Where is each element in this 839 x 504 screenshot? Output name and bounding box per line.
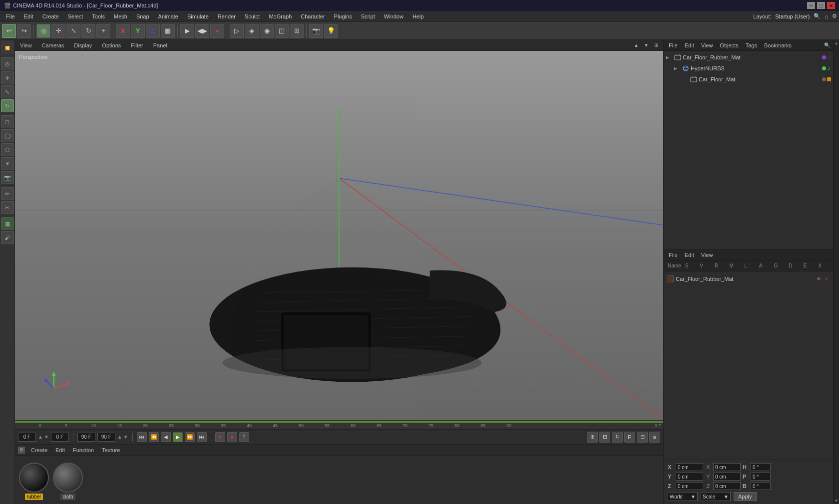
x-axis-button[interactable]: X [116, 24, 130, 38]
mat-icon-lock[interactable]: ✕ [823, 275, 830, 282]
end-frame-input[interactable] [77, 433, 95, 442]
z-axis-button[interactable]: Z [146, 24, 160, 38]
material-rubber[interactable]: rubber [19, 463, 49, 500]
mode-btn-6[interactable]: ≡ [649, 432, 660, 443]
menu-help[interactable]: Help [409, 12, 428, 20]
light-button[interactable]: 💡 [324, 24, 338, 38]
strip-top-arrow[interactable]: ▲ [835, 40, 839, 46]
goto-start-button[interactable]: ⏮ [137, 432, 147, 442]
obj-row-car-floor-rubber-mat[interactable]: ▶ Car_Floor_Rubber_Mat [664, 52, 833, 63]
me-menu-edit[interactable]: Edit [683, 251, 696, 259]
undo-button[interactable]: ↩ [2, 24, 16, 38]
mode-btn-4[interactable]: P [624, 432, 635, 443]
record-button[interactable]: ● [210, 24, 224, 38]
redo-button[interactable]: ↪ [17, 24, 31, 38]
vp-menu-options[interactable]: Options [100, 41, 123, 49]
me-menu-view[interactable]: View [699, 251, 715, 259]
vp-icon-1[interactable]: ▲ [632, 41, 640, 49]
coord-y-pos[interactable] [676, 473, 703, 481]
material-cloth[interactable]: cloth [53, 463, 83, 500]
obj-menu-objects[interactable]: Objects [718, 41, 740, 49]
sidebar-cube-icon[interactable]: ◻ [1, 115, 14, 128]
menu-character[interactable]: Character [297, 12, 329, 20]
vp-icon-2[interactable]: ▼ [642, 41, 650, 49]
menu-file[interactable]: File [2, 12, 19, 20]
sidebar-scale-icon[interactable]: ⤡ [1, 85, 14, 98]
coord-y-size[interactable] [713, 473, 741, 481]
mode-btn-3[interactable]: ↻ [612, 432, 623, 443]
coord-x-pos[interactable] [676, 463, 703, 471]
obj-menu-bookmarks[interactable]: Bookmarks [762, 41, 794, 49]
obj-dot-purple-1[interactable] [822, 55, 826, 59]
coord-b-val[interactable] [751, 482, 771, 490]
maximize-button[interactable]: □ [817, 2, 825, 9]
obj-expand-3[interactable]: ▶ [682, 77, 689, 82]
layout-value[interactable]: Startup (User) [775, 13, 810, 19]
vp-menu-view[interactable]: View [18, 41, 34, 49]
coord-p-val[interactable] [751, 473, 771, 481]
menu-select[interactable]: Select [64, 12, 87, 20]
play-forward-button[interactable]: ▶ [173, 432, 183, 442]
obj-menu-view[interactable]: View [699, 41, 715, 49]
world-dropdown[interactable]: World ▼ [668, 492, 698, 501]
object-mode-button[interactable]: ◫ [275, 24, 289, 38]
obj-menu-edit[interactable]: Edit [683, 41, 696, 49]
sidebar-light-icon[interactable]: ☀ [1, 157, 14, 170]
apply-button[interactable]: Apply [734, 492, 757, 501]
obj-expand-2[interactable]: ▶ [674, 66, 681, 71]
record-button[interactable]: ● [215, 432, 225, 442]
menu-sculpt[interactable]: Sculpt [241, 12, 264, 20]
vp-menu-display[interactable]: Display [72, 41, 94, 49]
auto-key-button[interactable]: ? [239, 432, 249, 442]
mat-row-1[interactable]: Car_Floor_Rubber_Mat 👁 ✕ [664, 273, 833, 284]
viewport-canvas[interactable]: Perspective [15, 51, 663, 420]
menu-render[interactable]: Render [214, 12, 240, 20]
play-back-button[interactable]: ◀▶ [195, 24, 209, 38]
point-mode-button[interactable]: ◉ [260, 24, 274, 38]
sidebar-nav-icon[interactable]: 🔀 [1, 41, 14, 54]
menu-simulate[interactable]: Simulate [183, 12, 213, 20]
sidebar-knife-icon[interactable]: ✂ [1, 201, 14, 214]
menu-plugins[interactable]: Plugins [330, 12, 356, 20]
polygon-mode-button[interactable]: ▷ [230, 24, 244, 38]
sidebar-grid-icon[interactable]: ▦ [1, 217, 14, 230]
timeline[interactable]: 0 5 10 15 20 25 30 35 40 45 50 55 60 65 … [15, 420, 663, 429]
sidebar-pen-icon[interactable]: ✏ [1, 187, 14, 200]
coord-z-pos[interactable] [676, 482, 703, 490]
fps-input[interactable] [97, 433, 115, 442]
menu-snap[interactable]: Snap [132, 12, 153, 20]
home-icon[interactable]: ⌂ [825, 13, 828, 19]
menu-edit[interactable]: Edit [20, 12, 37, 20]
obj-row-hypernurbs[interactable]: ▶ HyperNURBS ✓ [664, 63, 833, 74]
vp-menu-filter[interactable]: Filter [129, 41, 145, 49]
vp-menu-panel[interactable]: Panel [151, 41, 169, 49]
mat-menu-edit[interactable]: Edit [53, 446, 67, 454]
menu-mesh[interactable]: Mesh [110, 12, 131, 20]
vp-menu-cameras[interactable]: Cameras [40, 41, 66, 49]
me-menu-file[interactable]: File [667, 251, 680, 259]
obj-expand-1[interactable]: ▶ [666, 55, 673, 60]
rotate-button[interactable]: ↻ [81, 24, 95, 38]
coord-z-size[interactable] [713, 482, 741, 490]
menu-mograph[interactable]: MoGraph [265, 12, 296, 20]
obj-dot-green-2[interactable] [822, 66, 826, 70]
mode-btn-2[interactable]: ⊞ [599, 432, 610, 443]
coord-h-val[interactable] [751, 463, 771, 471]
live-select-button[interactable]: ◎ [36, 24, 50, 38]
menu-window[interactable]: Window [380, 12, 408, 20]
close-button[interactable]: ✕ [827, 2, 835, 9]
scale-button[interactable]: ⤡ [66, 24, 80, 38]
obj-menu-file[interactable]: File [667, 41, 680, 49]
menu-tools[interactable]: Tools [88, 12, 109, 20]
gear-icon[interactable]: ⚙ [832, 13, 837, 19]
sidebar-sphere-icon[interactable]: ◯ [1, 129, 14, 142]
mode-btn-1[interactable]: ⊕ [587, 432, 598, 443]
stop-record-button[interactable]: ■ [227, 432, 237, 442]
mat-menu-texture[interactable]: Texture [100, 446, 122, 454]
goto-end-button[interactable]: ⏭ [197, 432, 207, 442]
grid-button[interactable]: ⊞ [290, 24, 304, 38]
sidebar-select-icon[interactable]: ◎ [1, 57, 14, 70]
sidebar-move-icon[interactable]: ✛ [1, 71, 14, 84]
sidebar-rotate-icon[interactable]: ↻ [1, 99, 14, 112]
step-back-button[interactable]: ⏪ [149, 432, 159, 442]
